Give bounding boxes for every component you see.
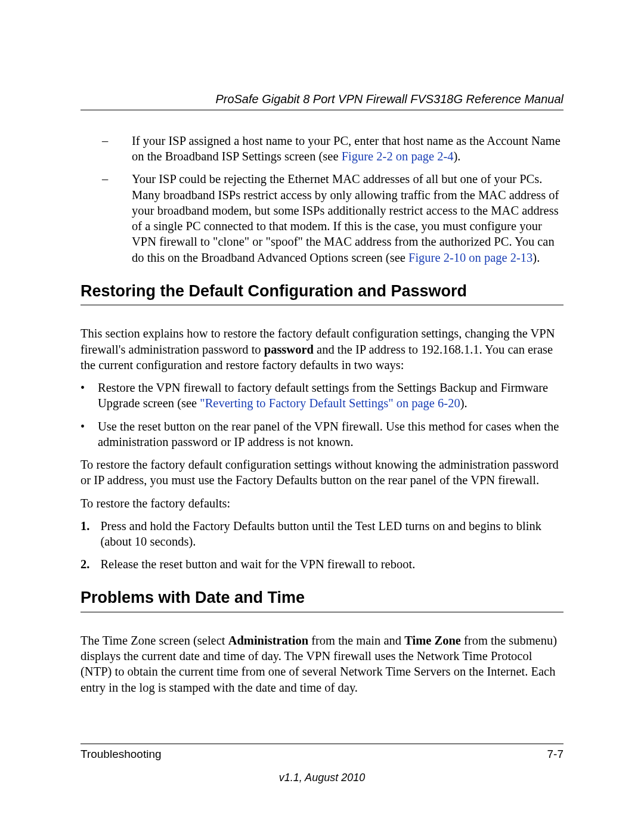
bold-text: Administration xyxy=(228,634,308,647)
body-text: Use the reset button on the rear panel o… xyxy=(98,419,564,450)
paragraph: To restore the factory default configura… xyxy=(80,457,564,488)
bold-text: Time Zone xyxy=(404,634,461,647)
paragraph: The Time Zone screen (select Administrat… xyxy=(80,633,564,695)
paragraph: This section explains how to restore the… xyxy=(80,326,564,373)
continuation-dash-list: If your ISP assigned a host name to your… xyxy=(80,133,564,265)
cross-reference-link[interactable]: "Reverting to Factory Default Settings" … xyxy=(200,397,460,410)
bullet-list: Restore the VPN firewall to factory defa… xyxy=(80,380,564,450)
body-text: Press and hold the Factory Defaults butt… xyxy=(100,518,564,549)
bold-text: password xyxy=(264,343,314,356)
body-text: ). xyxy=(460,397,467,410)
body-text: ). xyxy=(454,150,461,163)
section-heading-datetime: Problems with Date and Time xyxy=(80,587,564,612)
section-heading-restoring: Restoring the Default Configuration and … xyxy=(80,281,564,306)
numbered-item: Release the reset button and wait for th… xyxy=(80,556,564,572)
bullet-item: Restore the VPN firewall to factory defa… xyxy=(80,380,564,411)
body-text: ). xyxy=(532,251,540,264)
body-text: from the main and xyxy=(308,634,404,647)
dash-item: If your ISP assigned a host name to your… xyxy=(80,133,564,164)
numbered-list: Press and hold the Factory Defaults butt… xyxy=(80,518,564,572)
page-footer: Troubleshooting 7-7 v1.1, August 2010 xyxy=(80,744,564,784)
body-text: The Time Zone screen (select xyxy=(80,634,228,647)
footer-section-name: Troubleshooting xyxy=(80,748,162,761)
page-content: If your ISP assigned a host name to your… xyxy=(80,133,564,695)
running-header: ProSafe Gigabit 8 Port VPN Firewall FVS3… xyxy=(80,92,564,110)
body-text: Release the reset button and wait for th… xyxy=(100,556,564,572)
footer-page-number: 7-7 xyxy=(547,748,564,761)
dash-item: Your ISP could be rejecting the Ethernet… xyxy=(80,171,564,265)
figure-link[interactable]: Figure 2-2 on page 2-4 xyxy=(342,150,454,163)
footer-version: v1.1, August 2010 xyxy=(80,772,564,784)
paragraph: To restore the factory defaults: xyxy=(80,496,564,511)
document-page: ProSafe Gigabit 8 Port VPN Firewall FVS3… xyxy=(0,0,644,833)
figure-link[interactable]: Figure 2-10 on page 2-13 xyxy=(408,251,532,264)
bullet-item: Use the reset button on the rear panel o… xyxy=(80,419,564,450)
numbered-item: Press and hold the Factory Defaults butt… xyxy=(80,518,564,549)
